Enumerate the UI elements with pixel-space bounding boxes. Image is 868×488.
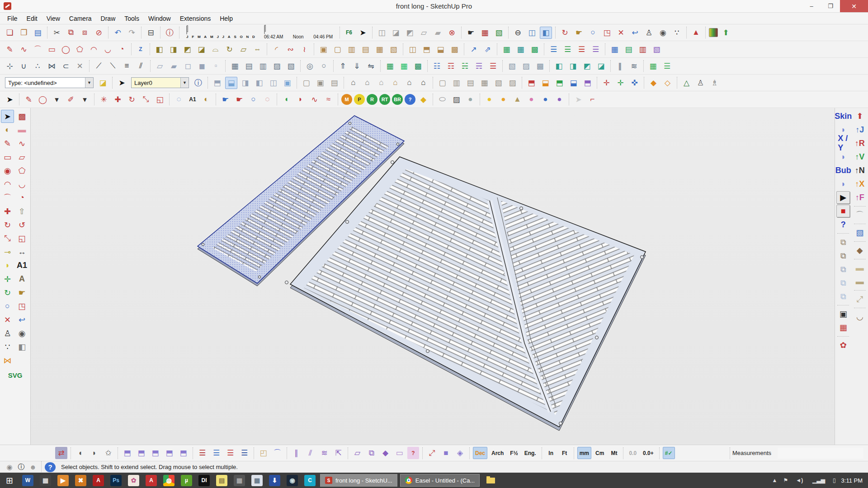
copy-stack-b-icon[interactable]: ⧉ (836, 249, 850, 262)
list-blue-icon[interactable]: ☰ (547, 43, 560, 56)
bezier-icon[interactable]: ∾ (284, 43, 297, 56)
hook-red-icon[interactable]: ⌐ (586, 94, 599, 106)
orbit-icon[interactable]: ↻ (559, 27, 571, 39)
menu-draw[interactable]: Draw (96, 14, 120, 23)
bub-tool-icon[interactable]: ◗ (836, 178, 850, 190)
model-info-icon[interactable]: ⓘ (164, 27, 176, 39)
unit-feet-icon[interactable]: Ft (559, 447, 571, 459)
import-v-icon[interactable]: ↑V (853, 150, 867, 163)
section-plane-icon[interactable]: ◧ (15, 340, 28, 353)
arc-pointer-icon[interactable]: ⌒ (271, 447, 283, 459)
badge-br-icon[interactable]: BR (392, 94, 403, 105)
plant-icon[interactable]: ✿ (836, 339, 850, 352)
list-purple-icon[interactable]: ☰ (590, 43, 602, 56)
import-r-icon[interactable]: ↑R (853, 137, 867, 150)
section-plane-icon[interactable]: ▰ (432, 27, 444, 39)
label-a1-icon[interactable]: A1 (187, 94, 198, 106)
panel-tool-icon[interactable]: ▧ (651, 43, 663, 56)
fredo-stretch-icon[interactable]: ◨ (167, 43, 179, 56)
section-off-icon[interactable]: ⊗ (446, 27, 458, 39)
xplorer-icon[interactable]: ✖ (75, 475, 86, 486)
layers-blue-icon[interactable]: ☰ (210, 447, 222, 459)
protractor-icon[interactable]: ◗ (1, 259, 14, 272)
cut-icon[interactable]: ✂ (51, 27, 63, 39)
section-cuts-icon[interactable]: ◩ (404, 27, 416, 39)
tree-icon[interactable]: △ (680, 77, 693, 89)
fredo-scale-icon[interactable]: ◧ (153, 43, 165, 56)
magnifier-region-icon[interactable]: ◌ (261, 94, 274, 106)
axes-blue-icon[interactable]: ✜ (628, 77, 641, 89)
rail-multi-icon[interactable]: ≋ (628, 60, 640, 72)
shape-menu-icon[interactable]: ◯ (37, 94, 49, 106)
shape-dd-icon[interactable]: ▾ (51, 94, 63, 106)
format-fractional-icon[interactable]: F½ (508, 447, 520, 459)
bench-b-icon[interactable]: ▬ (853, 275, 867, 288)
std-view-right-icon[interactable]: ◧ (253, 77, 265, 89)
menu-window[interactable]: Window (144, 14, 175, 23)
badge-p-icon[interactable]: P (354, 94, 365, 105)
classifier-tag-icon[interactable]: ◪ (97, 77, 109, 89)
zoom-extents-icon[interactable]: ✕ (615, 27, 627, 39)
scale-icon[interactable]: ⤡ (140, 94, 152, 106)
edge-diag-icon[interactable]: ⫽ (304, 447, 316, 459)
axes-icon[interactable]: ✛ (1, 272, 14, 286)
component-edit-icon[interactable]: ▦ (479, 27, 491, 39)
solid-split-icon[interactable]: ⬒ (581, 77, 594, 89)
stack-c-icon[interactable]: ☵ (459, 60, 471, 72)
solid-intersect-icon[interactable]: ⬓ (567, 77, 580, 89)
minimize-button[interactable]: – (802, 0, 821, 12)
select-icon[interactable]: ➤ (4, 94, 16, 106)
house-side-icon[interactable]: ⌂ (361, 77, 373, 89)
point-label-icon[interactable]: ⬒ (163, 447, 175, 459)
material-box-icon[interactable]: ▣ (836, 308, 850, 320)
pull-finger-icon[interactable]: ☛ (233, 94, 245, 106)
precision-down-icon[interactable]: 0.0 (627, 447, 639, 459)
flip-green-icon[interactable]: ◖ (280, 94, 292, 106)
ball-pink-icon[interactable]: ● (525, 94, 538, 106)
wood-panel-icon[interactable]: ⬒ (420, 43, 433, 56)
line-icon[interactable]: ✎ (1, 137, 14, 150)
copy-stack-c-icon[interactable]: ⧉ (836, 263, 850, 276)
unit-mm-icon[interactable]: mm (577, 447, 591, 459)
edge-query-icon[interactable]: ⇱ (332, 447, 344, 459)
oval-white-icon[interactable]: ⬭ (436, 94, 448, 106)
mesh-green-icon[interactable]: ▦ (500, 43, 513, 56)
line-menu-icon[interactable]: ✐ (65, 94, 77, 106)
shadow-time-slider[interactable]: 06:42 AM Noon 04:46 PM (264, 26, 333, 39)
utorrent-icon[interactable]: µ (181, 475, 192, 486)
figure-icon[interactable]: ♙ (694, 77, 707, 89)
upload-model-icon[interactable]: ⬆ (720, 27, 732, 39)
camtasia-icon[interactable]: C (304, 475, 316, 486)
edge-slant-icon[interactable]: ⟋ (93, 60, 105, 72)
look-around-icon[interactable]: ◉ (15, 327, 28, 340)
section-fill-icon[interactable]: ▱ (418, 27, 430, 39)
wireframe-icon[interactable]: ✕ (74, 60, 86, 72)
layer-grid-icon[interactable]: ▦ (647, 60, 659, 72)
arc-3pt-icon[interactable]: ◡ (102, 43, 114, 56)
line-icon[interactable]: ✎ (4, 43, 16, 56)
jdownloader-icon[interactable]: ⬇ (269, 475, 280, 486)
follow-me-icon[interactable]: ↺ (15, 218, 28, 231)
smooth-tool-icon[interactable]: ≈ (322, 94, 335, 106)
grid-c-icon[interactable]: ▩ (412, 60, 424, 72)
pencil-icon[interactable]: ✎ (23, 94, 35, 106)
edge-lines-icon[interactable]: ≡ (121, 60, 133, 72)
tray-volume-icon[interactable]: ◄) (793, 477, 805, 484)
paste-icon[interactable]: ⧈ (79, 27, 91, 39)
copy-stack-a-icon[interactable]: ⧉ (836, 236, 850, 249)
menu-file[interactable]: File (3, 14, 22, 23)
tray-battery-icon[interactable]: ▯ (832, 477, 836, 484)
toggle-dimensions-icon[interactable]: #✓ (663, 447, 675, 459)
bub-label-icon[interactable]: Bub (836, 164, 850, 177)
measurements-input[interactable] (778, 448, 863, 459)
unit-meters-icon[interactable]: Mt (608, 447, 620, 459)
frame-tool-icon[interactable]: ▥ (637, 43, 649, 56)
shadow-month-slider[interactable]: JFMAMJJASOND (186, 26, 255, 39)
lattice-b-icon[interactable]: ▤ (243, 60, 255, 72)
restore-button[interactable]: ❐ (821, 0, 840, 12)
layer-dropdown-arrow[interactable]: ▼ (180, 78, 189, 88)
jpp-extrude-icon[interactable]: ▤ (359, 43, 372, 56)
view-model-icon[interactable]: ◫ (526, 27, 538, 39)
menu-edit[interactable]: Edit (22, 14, 42, 23)
walk-icon[interactable]: ∵ (1, 340, 14, 353)
